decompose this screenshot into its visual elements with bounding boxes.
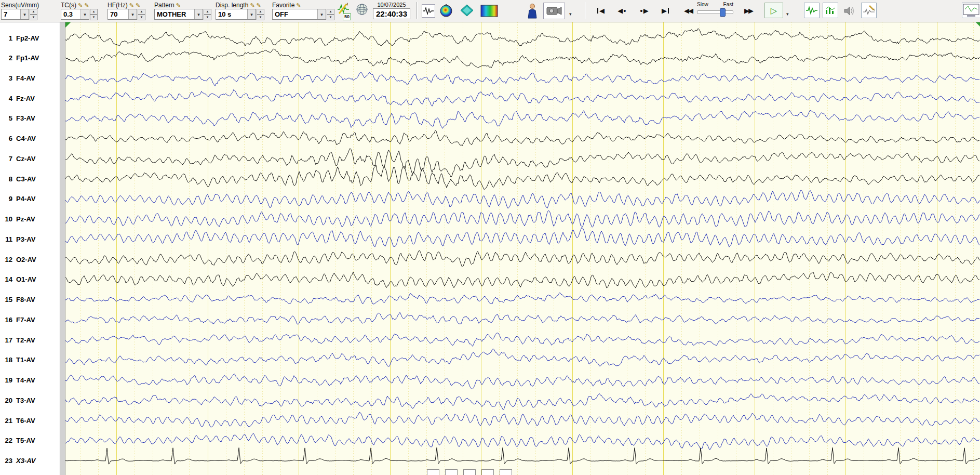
disp-combobox[interactable]: 10 s▾ [216,9,256,20]
notch-50-badge: 50 [343,14,351,20]
channel-row[interactable]: 7Cz-AV [0,154,60,163]
edit-icon[interactable]: ✎ [296,2,301,8]
channel-label: T2-AV [16,336,35,344]
channel-row[interactable]: 2Fp1-AV [0,54,60,63]
fast-label: Fast [723,2,733,7]
speed-slider-track[interactable] [697,10,733,14]
chevron-down-icon[interactable]: ▾ [786,11,789,17]
channel-row[interactable]: 15F8-AV [0,295,60,305]
speaker-icon[interactable] [842,5,856,17]
rewind-button[interactable]: ◀◀ [679,4,698,17]
globe-montage-icon[interactable] [355,3,369,16]
hf-spinner[interactable]: ▲▼ [138,9,145,20]
sens-spinner[interactable]: ▲▼ [30,9,37,20]
chevron-down-icon[interactable]: ▾ [247,9,256,19]
channel-row[interactable]: 18T1-AV [0,355,60,365]
colormap-icon[interactable] [480,4,499,18]
chevron-down-icon[interactable]: ▾ [194,9,203,19]
step-forward-button[interactable]: •▶ [635,4,653,17]
step-back-button[interactable]: ◀• [613,4,632,17]
chevron-down-icon[interactable]: ▾ [128,9,137,19]
channel-row[interactable]: 6C4-AV [0,134,60,143]
trend-monitor-icon[interactable] [804,3,820,18]
toolbar-separator [585,2,586,19]
waveform-icon[interactable] [422,4,435,18]
review-screen-icon[interactable] [962,3,980,18]
disp-spinner[interactable]: ▲▼ [257,9,264,20]
chevron-down-icon[interactable]: ▾ [80,9,89,19]
channel-number: 23 [0,457,12,465]
edit-icon[interactable]: ✎ [136,2,140,8]
channel-row[interactable]: 19T4-AV [0,376,60,385]
channel-row[interactable]: 12O2-AV [0,255,60,264]
favorite-combobox[interactable]: OFF▾ [272,9,326,20]
pattern-label: Pattern [154,2,174,9]
speed-slider[interactable]: Slow Fast [697,2,733,19]
channel-label: Pz-AV [16,215,35,223]
video-camera-icon[interactable] [543,3,565,19]
toolbar-separator [417,2,418,19]
event-box[interactable] [500,469,512,475]
play-button[interactable]: ▷ [764,3,783,18]
tc-group: TC(s)✎✎0.3▾▲▼ [61,1,98,20]
annotation-tools-icon[interactable] [861,3,877,18]
channel-row[interactable]: 8C3-AV [0,174,60,183]
edit-icon[interactable]: ✎ [250,2,254,8]
event-box[interactable] [463,469,476,475]
channel-row[interactable]: 14O1-AV [0,275,60,284]
edit-icon[interactable]: ✎ [84,2,89,8]
channel-row[interactable]: 16F7-AV [0,315,60,324]
channel-number: 4 [0,95,12,102]
channel-number: 7 [0,155,12,163]
pattern-combobox[interactable]: MOTHER▾ [154,9,203,20]
signal-filter-pencil-icon[interactable] [337,2,350,15]
tc-spinner[interactable]: ▲▼ [90,9,98,20]
channel-label: O2-AV [16,256,36,263]
skip-to-start-button[interactable]: ◀ [591,4,610,17]
channel-number: 22 [0,437,12,444]
event-box[interactable] [445,469,458,475]
channel-row[interactable]: 10Pz-AV [0,215,60,224]
hf-combobox[interactable]: 70▾ [108,9,137,20]
edit-icon[interactable]: ✎ [176,2,181,8]
channel-row[interactable]: 11P3-AV [0,234,60,244]
channel-row[interactable]: 4Fz-AV [0,94,60,103]
channel-row[interactable]: 21T6-AV [0,416,60,425]
edit-icon[interactable]: ✎ [257,2,261,8]
channel-row[interactable]: 23X3-AV [0,456,60,466]
eeg-canvas[interactable] [65,22,980,475]
channel-row[interactable]: 17T2-AV [0,335,60,345]
channel-number: 16 [0,316,12,324]
channel-row[interactable]: 20T3-AV [0,395,60,405]
channel-row[interactable]: 9P4-AV [0,194,60,204]
head-3d-icon[interactable] [459,4,475,17]
fast-forward-button[interactable]: ▶▶ [740,4,758,17]
tc-value: 0.3 [61,10,75,18]
channel-row[interactable]: 22T5-AV [0,436,60,445]
skip-to-end-button[interactable]: ▶ [656,4,675,17]
pattern-spinner[interactable]: ▲▼ [204,9,211,20]
analysis-bars-icon[interactable] [823,3,838,18]
chevron-down-icon[interactable]: ▾ [20,9,29,19]
channel-label: T6-AV [16,417,35,425]
channel-number: 11 [0,235,12,243]
speed-slider-handle[interactable] [720,8,726,17]
channel-number: 20 [0,397,12,404]
sens-combobox[interactable]: 7▾ [1,9,29,20]
channel-row[interactable]: 5F3-AV [0,114,60,123]
edit-icon[interactable]: ✎ [78,2,83,8]
brain-topography-icon[interactable] [439,3,453,18]
favorite-spinner[interactable]: ▲▼ [327,9,334,20]
trace-scrollbar[interactable] [60,22,65,475]
channel-label: Fp2-AV [16,34,39,42]
event-box[interactable] [481,469,494,475]
event-box[interactable] [427,469,439,475]
bar-glyph [597,8,598,14]
tc-combobox[interactable]: 0.3▾ [61,9,89,20]
channel-row[interactable]: 1Fp2-AV [0,33,60,43]
patient-icon[interactable] [527,3,538,19]
channel-row[interactable]: 3F4-AV [0,73,60,83]
chevron-down-icon[interactable]: ▾ [569,11,572,17]
edit-icon[interactable]: ✎ [129,2,134,8]
chevron-down-icon[interactable]: ▾ [317,9,326,19]
